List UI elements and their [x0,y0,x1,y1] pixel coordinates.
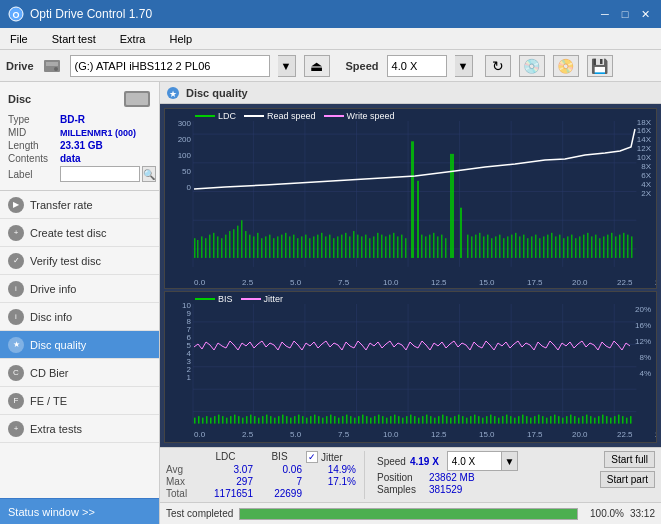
disc-contents-value: data [60,153,81,164]
svg-rect-216 [314,415,316,424]
svg-rect-76 [329,235,331,258]
jitter-checkbox[interactable]: ✓ [306,451,318,463]
svg-rect-231 [374,417,376,424]
speed-label: Speed [346,60,379,72]
svg-rect-202 [258,418,260,424]
svg-rect-75 [325,236,327,258]
svg-rect-102 [445,238,447,258]
svg-rect-49 [237,226,239,258]
menu-starttest[interactable]: Start test [46,31,102,47]
refresh-button[interactable]: ↻ [485,55,511,77]
svg-rect-256 [474,415,476,424]
drive-select[interactable]: (G:) ATAPI iHBS112 2 PL06 [70,55,270,77]
svg-rect-186 [194,418,196,424]
sidebar-item-fe-te[interactable]: F FE / TE [0,387,159,415]
svg-rect-278 [562,418,564,424]
svg-rect-66 [289,236,291,258]
sidebar-item-drive-info[interactable]: i Drive info [0,275,159,303]
sidebar-item-disc-quality[interactable]: ★ Disc quality [0,331,159,359]
bis-legend: BIS [195,294,233,304]
save-button[interactable]: 💾 [587,55,613,77]
svg-rect-274 [546,418,548,424]
sidebar-item-disc-info[interactable]: i Disc info [0,303,159,331]
svg-rect-80 [345,233,347,258]
svg-rect-233 [382,417,384,424]
read-speed-legend: Read speed [244,111,316,121]
speed-dropdown-arrow[interactable]: ▼ [502,451,518,471]
svg-rect-74 [321,233,323,258]
start-full-button[interactable]: Start full [604,451,655,468]
sidebar-item-transfer-rate[interactable]: ▶ Transfer rate [0,191,159,219]
status-window-btn[interactable]: Status window >> [0,498,159,524]
start-part-button[interactable]: Start part [600,471,655,488]
svg-rect-52 [417,181,419,258]
svg-rect-65 [285,233,287,258]
drive-select-arrow[interactable]: ▼ [278,55,296,77]
svg-rect-249 [446,417,448,424]
menu-file[interactable]: File [4,31,34,47]
svg-rect-139 [611,233,613,258]
svg-rect-116 [519,236,521,258]
svg-rect-124 [551,233,553,258]
svg-rect-203 [262,417,264,424]
sidebar-item-extra-tests[interactable]: + Extra tests [0,415,159,443]
svg-text:25.0 GB: 25.0 GB [655,431,656,440]
svg-rect-214 [306,418,308,424]
minimize-button[interactable]: ─ [597,6,613,22]
svg-rect-126 [559,235,561,258]
sidebar-item-verify-test-disc[interactable]: ✓ Verify test disc [0,247,159,275]
svg-rect-106 [479,233,481,258]
svg-rect-198 [242,418,244,424]
menu-help[interactable]: Help [163,31,198,47]
progress-bar [239,508,578,520]
disc-label-input[interactable] [60,166,140,182]
svg-text:10X: 10X [637,153,652,162]
svg-text:22.5: 22.5 [617,431,633,440]
close-button[interactable]: ✕ [637,6,653,22]
speed-dropdown[interactable]: 4.0 X [447,451,502,471]
titlebar-title: O Opti Drive Control 1.70 [8,6,152,22]
svg-rect-230 [370,418,372,424]
disc-btn1[interactable]: 💿 [519,55,545,77]
svg-rect-257 [478,417,480,424]
progress-time: 33:12 [630,508,655,519]
menu-extra[interactable]: Extra [114,31,152,47]
maximize-button[interactable]: □ [617,6,633,22]
sidebar-label-disc-quality: Disc quality [30,339,86,351]
speed-select-arrow[interactable]: ▼ [455,55,473,77]
svg-rect-241 [414,417,416,424]
svg-text:12%: 12% [635,337,651,346]
svg-rect-210 [290,418,292,424]
svg-rect-245 [430,417,432,424]
svg-rect-46 [225,235,227,258]
svg-rect-239 [406,417,408,424]
max-label: Max [166,476,194,487]
svg-rect-248 [442,415,444,424]
disc-label-btn[interactable]: 🔍 [142,166,156,182]
svg-text:16%: 16% [635,321,651,330]
svg-point-4 [54,67,58,71]
jitter-legend: Jitter [241,294,284,304]
sidebar-label-extra-tests: Extra tests [30,423,82,435]
svg-rect-290 [610,418,612,424]
position-label: Position [377,472,425,483]
speed-select[interactable]: 4.0 X [387,55,447,77]
svg-rect-255 [470,417,472,424]
svg-rect-135 [595,235,597,258]
eject-button[interactable]: ⏏ [304,55,330,77]
sidebar-item-create-test-disc[interactable]: + Create test disc [0,219,159,247]
disc-btn2[interactable]: 📀 [553,55,579,77]
svg-rect-217 [318,417,320,424]
disc-info-icon: i [8,309,24,325]
svg-rect-48 [233,229,235,258]
jitter-label: Jitter [264,294,284,304]
sidebar-item-cd-bier[interactable]: C CD Bier [0,359,159,387]
sidebar-label-drive-info: Drive info [30,283,76,295]
svg-rect-123 [547,235,549,258]
disc-type-value: BD-R [60,114,85,125]
svg-rect-192 [218,415,220,424]
svg-rect-87 [373,236,375,258]
samples-value: 381529 [429,484,462,495]
svg-rect-265 [510,417,512,424]
disc-quality-icon: ★ [8,337,24,353]
